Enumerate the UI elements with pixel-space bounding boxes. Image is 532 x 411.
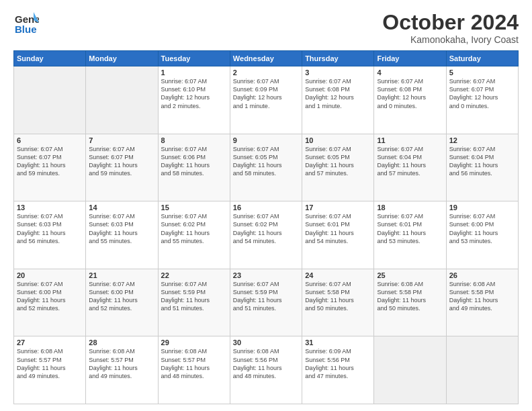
day-number: 14 <box>89 203 154 212</box>
table-row: 14Sunrise: 6:07 AM Sunset: 6:03 PM Dayli… <box>86 201 158 269</box>
col-thursday: Thursday <box>302 51 374 66</box>
table-row: 28Sunrise: 6:08 AM Sunset: 5:57 PM Dayli… <box>86 336 158 404</box>
table-row: 20Sunrise: 6:07 AM Sunset: 6:00 PM Dayli… <box>14 269 86 336</box>
col-sunday: Sunday <box>14 51 86 66</box>
week-row-4: 27Sunrise: 6:08 AM Sunset: 5:57 PM Dayli… <box>14 336 519 404</box>
day-number: 20 <box>17 271 83 279</box>
table-row: 22Sunrise: 6:07 AM Sunset: 5:59 PM Dayli… <box>158 269 230 336</box>
table-row: 29Sunrise: 6:08 AM Sunset: 5:57 PM Dayli… <box>158 336 230 404</box>
day-info: Sunrise: 6:08 AM Sunset: 5:56 PM Dayligh… <box>233 347 299 380</box>
header: General Blue October 2024 Kamonokaha, Iv… <box>13 11 519 45</box>
day-number: 15 <box>161 203 227 212</box>
day-info: Sunrise: 6:09 AM Sunset: 5:56 PM Dayligh… <box>305 347 371 380</box>
month-title: October 2024 <box>382 11 519 34</box>
table-row: 2Sunrise: 6:07 AM Sunset: 6:09 PM Daylig… <box>230 66 302 134</box>
title-section: October 2024 Kamonokaha, Ivory Coast <box>382 11 519 45</box>
day-number: 25 <box>377 271 443 279</box>
table-row: 27Sunrise: 6:08 AM Sunset: 5:57 PM Dayli… <box>14 336 86 404</box>
table-row: 8Sunrise: 6:07 AM Sunset: 6:06 PM Daylig… <box>158 134 230 201</box>
day-number: 4 <box>377 68 443 77</box>
day-number: 18 <box>377 203 443 212</box>
col-saturday: Saturday <box>446 51 518 66</box>
day-info: Sunrise: 6:07 AM Sunset: 6:10 PM Dayligh… <box>161 77 227 110</box>
day-number: 12 <box>449 136 515 144</box>
day-info: Sunrise: 6:08 AM Sunset: 5:57 PM Dayligh… <box>161 347 227 380</box>
day-info: Sunrise: 6:08 AM Sunset: 5:58 PM Dayligh… <box>449 280 515 313</box>
day-info: Sunrise: 6:07 AM Sunset: 6:03 PM Dayligh… <box>89 212 154 245</box>
day-info: Sunrise: 6:07 AM Sunset: 6:07 PM Dayligh… <box>17 145 83 178</box>
day-info: Sunrise: 6:07 AM Sunset: 5:58 PM Dayligh… <box>305 280 371 313</box>
day-number: 13 <box>17 203 83 212</box>
table-row: 21Sunrise: 6:07 AM Sunset: 6:00 PM Dayli… <box>86 269 158 336</box>
day-number: 1 <box>161 68 227 77</box>
day-number: 16 <box>233 203 299 212</box>
day-info: Sunrise: 6:07 AM Sunset: 6:00 PM Dayligh… <box>17 280 83 313</box>
table-row <box>446 336 518 404</box>
day-number: 27 <box>17 338 83 347</box>
header-row: Sunday Monday Tuesday Wednesday Thursday… <box>14 51 519 66</box>
day-number: 22 <box>161 271 227 279</box>
table-row: 10Sunrise: 6:07 AM Sunset: 6:05 PM Dayli… <box>302 134 374 201</box>
day-info: Sunrise: 6:07 AM Sunset: 6:05 PM Dayligh… <box>305 145 371 178</box>
day-number: 19 <box>449 203 515 212</box>
table-row: 7Sunrise: 6:07 AM Sunset: 6:07 PM Daylig… <box>86 134 158 201</box>
table-row: 24Sunrise: 6:07 AM Sunset: 5:58 PM Dayli… <box>302 269 374 336</box>
table-row: 9Sunrise: 6:07 AM Sunset: 6:05 PM Daylig… <box>230 134 302 201</box>
day-info: Sunrise: 6:07 AM Sunset: 6:03 PM Dayligh… <box>17 212 83 245</box>
week-row-2: 13Sunrise: 6:07 AM Sunset: 6:03 PM Dayli… <box>14 201 519 269</box>
table-row <box>374 336 446 404</box>
day-number: 5 <box>449 68 515 77</box>
day-number: 31 <box>305 338 371 347</box>
table-row: 1Sunrise: 6:07 AM Sunset: 6:10 PM Daylig… <box>158 66 230 134</box>
table-row: 15Sunrise: 6:07 AM Sunset: 6:02 PM Dayli… <box>158 201 230 269</box>
day-info: Sunrise: 6:08 AM Sunset: 5:57 PM Dayligh… <box>17 347 83 380</box>
table-row: 17Sunrise: 6:07 AM Sunset: 6:01 PM Dayli… <box>302 201 374 269</box>
day-info: Sunrise: 6:07 AM Sunset: 6:07 PM Dayligh… <box>449 77 515 110</box>
day-number: 6 <box>17 136 83 144</box>
day-info: Sunrise: 6:07 AM Sunset: 6:02 PM Dayligh… <box>161 212 227 245</box>
day-info: Sunrise: 6:07 AM Sunset: 6:00 PM Dayligh… <box>89 280 154 313</box>
table-row: 13Sunrise: 6:07 AM Sunset: 6:03 PM Dayli… <box>14 201 86 269</box>
table-row: 6Sunrise: 6:07 AM Sunset: 6:07 PM Daylig… <box>14 134 86 201</box>
day-info: Sunrise: 6:07 AM Sunset: 6:08 PM Dayligh… <box>305 77 371 110</box>
table-row: 18Sunrise: 6:07 AM Sunset: 6:01 PM Dayli… <box>374 201 446 269</box>
day-number: 10 <box>305 136 371 144</box>
day-info: Sunrise: 6:07 AM Sunset: 6:05 PM Dayligh… <box>233 145 299 178</box>
table-row: 25Sunrise: 6:08 AM Sunset: 5:58 PM Dayli… <box>374 269 446 336</box>
day-info: Sunrise: 6:08 AM Sunset: 5:57 PM Dayligh… <box>89 347 154 380</box>
table-row: 23Sunrise: 6:07 AM Sunset: 5:59 PM Dayli… <box>230 269 302 336</box>
calendar-table: Sunday Monday Tuesday Wednesday Thursday… <box>13 50 519 404</box>
week-row-0: 1Sunrise: 6:07 AM Sunset: 6:10 PM Daylig… <box>14 66 519 134</box>
week-row-3: 20Sunrise: 6:07 AM Sunset: 6:00 PM Dayli… <box>14 269 519 336</box>
day-number: 26 <box>449 271 515 279</box>
day-number: 8 <box>161 136 227 144</box>
day-number: 23 <box>233 271 299 279</box>
day-info: Sunrise: 6:07 AM Sunset: 6:02 PM Dayligh… <box>233 212 299 245</box>
col-tuesday: Tuesday <box>158 51 230 66</box>
day-number: 21 <box>89 271 154 279</box>
day-info: Sunrise: 6:07 AM Sunset: 6:00 PM Dayligh… <box>449 212 515 245</box>
day-number: 11 <box>377 136 443 144</box>
table-row: 16Sunrise: 6:07 AM Sunset: 6:02 PM Dayli… <box>230 201 302 269</box>
day-info: Sunrise: 6:07 AM Sunset: 6:04 PM Dayligh… <box>449 145 515 178</box>
logo: General Blue <box>13 11 39 36</box>
day-number: 30 <box>233 338 299 347</box>
table-row: 5Sunrise: 6:07 AM Sunset: 6:07 PM Daylig… <box>446 66 518 134</box>
day-info: Sunrise: 6:07 AM Sunset: 6:01 PM Dayligh… <box>377 212 443 245</box>
svg-text:Blue: Blue <box>15 24 37 35</box>
table-row: 31Sunrise: 6:09 AM Sunset: 5:56 PM Dayli… <box>302 336 374 404</box>
table-row: 3Sunrise: 6:07 AM Sunset: 6:08 PM Daylig… <box>302 66 374 134</box>
table-row: 11Sunrise: 6:07 AM Sunset: 6:04 PM Dayli… <box>374 134 446 201</box>
day-number: 3 <box>305 68 371 77</box>
table-row <box>86 66 158 134</box>
day-number: 24 <box>305 271 371 279</box>
table-row <box>14 66 86 134</box>
day-info: Sunrise: 6:07 AM Sunset: 6:01 PM Dayligh… <box>305 212 371 245</box>
table-row: 19Sunrise: 6:07 AM Sunset: 6:00 PM Dayli… <box>446 201 518 269</box>
col-monday: Monday <box>86 51 158 66</box>
table-row: 26Sunrise: 6:08 AM Sunset: 5:58 PM Dayli… <box>446 269 518 336</box>
col-friday: Friday <box>374 51 446 66</box>
page: General Blue October 2024 Kamonokaha, Iv… <box>0 0 532 411</box>
day-number: 28 <box>89 338 154 347</box>
table-row: 30Sunrise: 6:08 AM Sunset: 5:56 PM Dayli… <box>230 336 302 404</box>
